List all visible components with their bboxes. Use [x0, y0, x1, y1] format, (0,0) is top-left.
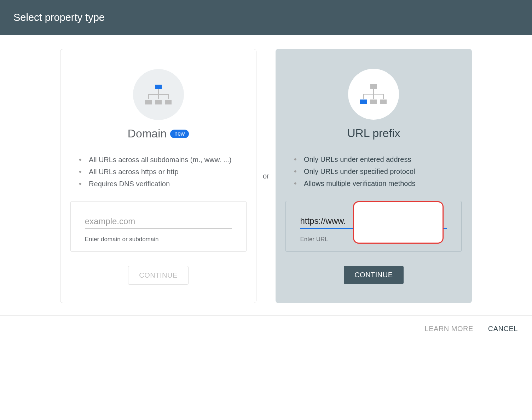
content-area: Domain new All URLs across all subdomain… — [0, 35, 532, 317]
new-badge: new — [170, 130, 189, 138]
cancel-button[interactable]: CANCEL — [488, 325, 518, 333]
domain-input-box: Enter domain or subdomain — [70, 201, 247, 252]
dialog-header: Select property type — [0, 0, 532, 35]
list-item: All URLs across https or http — [79, 166, 246, 178]
list-item: Only URLs under specified protocol — [294, 165, 462, 177]
domain-input-label: Enter domain or subdomain — [85, 236, 232, 243]
dialog-title: Select property type — [13, 12, 105, 23]
domain-input[interactable] — [85, 214, 232, 229]
list-item: All URLs across all subdomains (m., www.… — [79, 154, 246, 166]
url-prefix-card[interactable]: URL prefix Only URLs under entered addre… — [276, 49, 472, 303]
url-input-box: Enter URL — [285, 201, 462, 252]
domain-card[interactable]: Domain new All URLs across all subdomain… — [60, 49, 256, 303]
domain-icon-circle — [133, 69, 184, 120]
sitemap-icon — [360, 84, 387, 104]
url-card-title: URL prefix — [347, 127, 400, 140]
domain-continue-button[interactable]: CONTINUE — [128, 266, 188, 285]
url-input-label: Enter URL — [300, 236, 447, 243]
domain-card-title: Domain new — [128, 127, 189, 140]
or-divider: or — [263, 172, 269, 180]
url-icon-circle — [348, 69, 399, 120]
dialog-footer: LEARN MORE CANCEL — [0, 315, 532, 342]
list-item: Only URLs under entered address — [294, 153, 462, 165]
learn-more-button[interactable]: LEARN MORE — [425, 325, 473, 333]
list-item: Requires DNS verification — [79, 178, 246, 190]
url-feature-list: Only URLs under entered address Only URL… — [285, 153, 462, 189]
url-input[interactable] — [300, 214, 447, 229]
url-continue-button[interactable]: CONTINUE — [344, 266, 403, 284]
domain-feature-list: All URLs across all subdomains (m., www.… — [70, 154, 246, 190]
url-title-text: URL prefix — [347, 127, 400, 140]
list-item: Allows multiple verification methods — [294, 177, 462, 189]
domain-title-text: Domain — [128, 127, 167, 140]
sitemap-icon — [145, 85, 172, 104]
